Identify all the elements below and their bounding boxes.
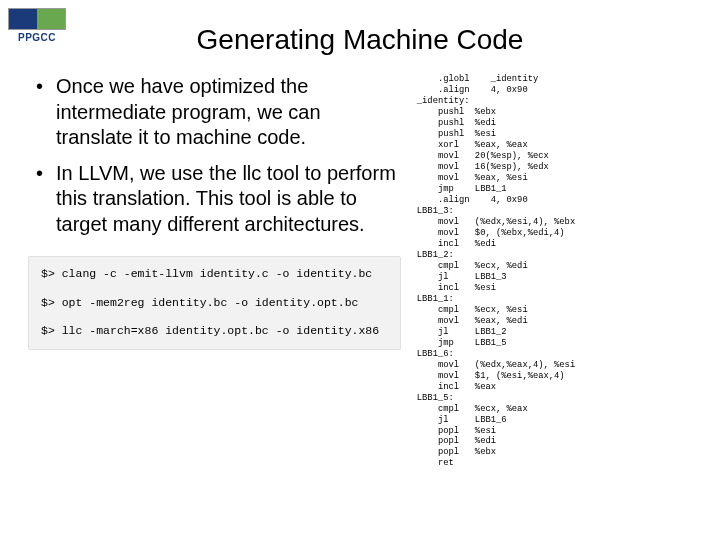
command-line: $> clang -c -emit-llvm identity.c -o ide… [41, 267, 388, 282]
logo: PPGCC [8, 8, 66, 50]
bullet-list: Once we have optimized the intermediate … [30, 74, 401, 238]
command-block: $> clang -c -emit-llvm identity.c -o ide… [28, 256, 401, 351]
content-columns: Once we have optimized the intermediate … [0, 74, 720, 469]
logo-label: PPGCC [8, 32, 66, 43]
slide-title: Generating Machine Code [0, 24, 720, 56]
left-column: Once we have optimized the intermediate … [30, 74, 411, 469]
logo-mark [8, 8, 66, 30]
bullet-item: In LLVM, we use the llc tool to perform … [30, 161, 401, 238]
bullet-item: Once we have optimized the intermediate … [30, 74, 401, 151]
assembly-listing: .globl _identity .align 4, 0x90 _identit… [411, 74, 710, 469]
command-line: $> opt -mem2reg identity.bc -o identity.… [41, 296, 388, 311]
command-line: $> llc -march=x86 identity.opt.bc -o ide… [41, 324, 388, 339]
